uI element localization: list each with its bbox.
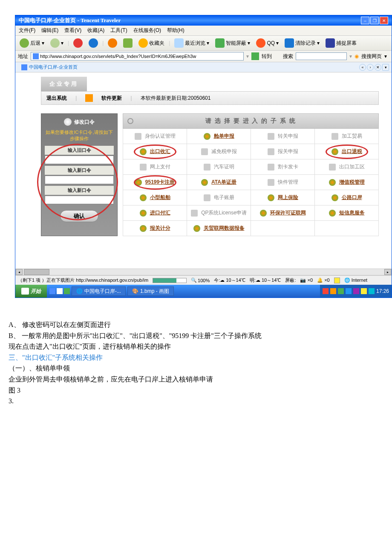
start-button[interactable]: 开始: [15, 285, 47, 298]
grid-cell[interactable]: 出口退税: [315, 144, 379, 159]
history-icon: [123, 38, 133, 48]
tab-next-button[interactable]: ›: [367, 64, 374, 71]
globe-icon: [201, 179, 208, 186]
old-pw-input[interactable]: [45, 156, 114, 164]
go-button[interactable]: [251, 52, 259, 60]
cell-label[interactable]: 95199卡注册: [145, 179, 175, 186]
forward-button[interactable]: ▾: [49, 38, 65, 49]
refresh-button[interactable]: [87, 38, 100, 49]
tab-menu-button[interactable]: ▾: [382, 64, 389, 71]
update-link[interactable]: 软件更新: [101, 95, 122, 102]
grid-cell-empty: [251, 221, 315, 236]
minimize-button[interactable]: –: [361, 17, 369, 24]
tray-icon-7[interactable]: [369, 288, 375, 294]
tray-icon-1[interactable]: [323, 288, 329, 294]
menu-tools[interactable]: 工具(T): [110, 27, 127, 34]
menu-edit[interactable]: 编辑(E): [41, 27, 58, 34]
new-pw-input[interactable]: [45, 176, 114, 184]
tray-icon-5[interactable]: [353, 288, 359, 294]
tray-icon-6[interactable]: [361, 288, 367, 294]
menu-file[interactable]: 文件(F): [19, 27, 35, 34]
maximize-button[interactable]: ❐: [370, 17, 379, 24]
cell-label[interactable]: 网上保险: [278, 194, 298, 201]
search-web-label[interactable]: 搜搜网页: [361, 53, 382, 60]
cell-label: 电子账册: [214, 194, 234, 201]
section-tab: 企业专用: [41, 77, 87, 91]
quick-icon[interactable]: [64, 288, 70, 294]
grid-cell[interactable]: 报关计分: [123, 221, 187, 236]
task-browser[interactable]: 🌐 中国电子口岸-...: [72, 286, 126, 296]
doc-line-3n: 3.: [9, 396, 383, 407]
cell-label: 网上支付: [150, 163, 170, 171]
cell-label[interactable]: 小型船舶: [150, 194, 170, 201]
go-label: 转到: [262, 53, 272, 60]
scroll-left-button[interactable]: ◂: [16, 269, 23, 275]
grid-cell[interactable]: 关贸联网数据报备: [187, 221, 251, 236]
cell-label[interactable]: 关贸联网数据报备: [204, 225, 245, 232]
quick-desktop-icon[interactable]: [57, 288, 63, 294]
new-pw2-label: 输入新口令: [45, 186, 114, 195]
scroll-right-button[interactable]: ▸: [384, 269, 391, 275]
qq-button[interactable]: QQ ▾: [254, 38, 280, 49]
grid-cell[interactable]: 公路口岸: [315, 190, 379, 205]
menu-fav[interactable]: 收藏(A): [87, 27, 104, 34]
globe-icon: [329, 210, 336, 217]
grid-cell[interactable]: 出口收汇: [123, 144, 187, 159]
grid-cell[interactable]: 95199卡注册: [123, 175, 187, 190]
update-date: 本软件最新更新日期:20050601: [141, 95, 211, 102]
grid-cell[interactable]: 增值税管理: [315, 175, 379, 190]
new-pw2-input[interactable]: [45, 196, 114, 204]
favorites-button[interactable]: 收藏夹: [137, 38, 166, 49]
globe-icon: [193, 225, 200, 232]
cell-label[interactable]: 进口付汇: [150, 209, 170, 217]
scroll-thumb[interactable]: [24, 269, 49, 275]
tray-icon-3[interactable]: [338, 288, 344, 294]
shield-button[interactable]: 智能屏蔽 ▾: [213, 38, 252, 49]
grid-cell[interactable]: ATA单证册: [187, 175, 251, 190]
grid-cell: 身份认证管理: [123, 129, 187, 144]
tray-icon-4[interactable]: [346, 288, 352, 294]
cell-label[interactable]: 环保许可证联网: [270, 209, 306, 217]
cell-label[interactable]: 舱单申报: [214, 133, 234, 140]
grid-cell: 电子账册: [187, 190, 251, 205]
cell-label: 加工贸易: [342, 133, 362, 140]
stop-button[interactable]: [72, 38, 84, 49]
grid-cell[interactable]: 环保许可证联网: [251, 205, 315, 221]
recent-button[interactable]: 最近浏览 ▾: [173, 38, 211, 49]
grid-cell[interactable]: 网上保险: [251, 190, 315, 205]
cell-label[interactable]: 短信息服务: [339, 209, 365, 217]
tab-chinaport[interactable]: 中国电子口岸-企业首页: [18, 63, 81, 71]
search-input[interactable]: [296, 52, 347, 60]
back-button[interactable]: 后退 ▾: [18, 38, 46, 49]
menu-service[interactable]: 在线服务(O): [133, 27, 161, 34]
cell-label[interactable]: 出口退税: [342, 148, 362, 155]
clear-button[interactable]: 清除记录 ▾: [283, 38, 321, 49]
grid-cell[interactable]: 舱单申报: [187, 129, 251, 144]
grid-cell[interactable]: 短信息服务: [315, 205, 379, 221]
cell-label: 报关申报: [278, 148, 298, 155]
grid-cell[interactable]: 小型船舶: [123, 190, 187, 205]
cell-label[interactable]: ATA单证册: [211, 179, 236, 186]
menu-help[interactable]: 帮助(H): [167, 27, 184, 34]
tab-close-button[interactable]: ✕: [375, 64, 381, 71]
tray-icon-2[interactable]: [330, 288, 336, 294]
capture-button[interactable]: 捕捉屏幕: [324, 38, 358, 49]
history-button[interactable]: [121, 38, 134, 49]
confirm-button[interactable]: 确认: [60, 210, 98, 222]
task-paint[interactable]: 🎨 1.bmp - 画图: [127, 286, 174, 296]
cell-label[interactable]: 出口收汇: [150, 148, 170, 155]
cell-label[interactable]: 公路口岸: [342, 194, 362, 201]
address-input[interactable]: http://www.chinaport.gov.cn/servlets/Pub…: [31, 52, 244, 61]
grid-cell[interactable]: 进口付汇: [123, 205, 187, 221]
cell-label[interactable]: 报关计分: [150, 225, 170, 232]
globe-icon: [329, 179, 336, 186]
tab-prev-button[interactable]: «: [359, 64, 366, 71]
home-button[interactable]: [106, 38, 119, 49]
exit-link[interactable]: 退出系统: [46, 95, 67, 102]
zoom-control[interactable]: 🔍 100%: [191, 278, 210, 283]
quick-ie-icon[interactable]: [49, 288, 55, 294]
close-button[interactable]: ✕: [380, 17, 388, 24]
cell-label[interactable]: 增值税管理: [339, 179, 365, 186]
h-scrollbar[interactable]: ◂ ▸: [15, 269, 392, 275]
menu-view[interactable]: 查看(V): [64, 27, 81, 34]
